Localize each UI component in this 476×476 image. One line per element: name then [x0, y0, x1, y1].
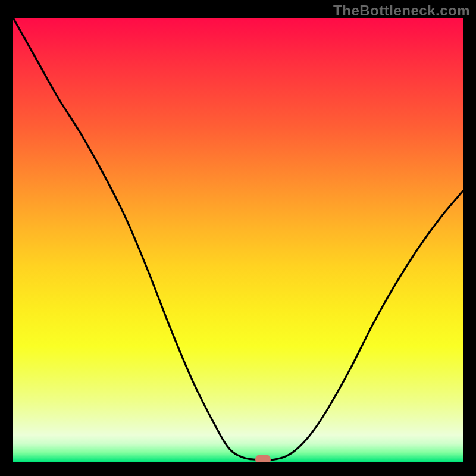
chart-stage: TheBottleneck.com	[0, 0, 476, 476]
optimal-point-marker	[255, 455, 271, 462]
watermark-text: TheBottleneck.com	[333, 2, 470, 19]
plot-area	[13, 18, 463, 462]
bottleneck-curve	[13, 18, 463, 462]
